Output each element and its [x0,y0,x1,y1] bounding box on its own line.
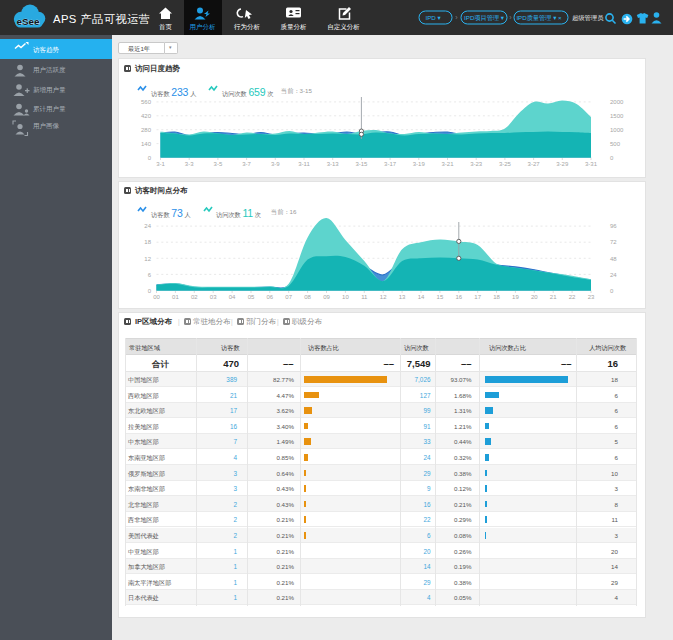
svg-text:03: 03 [210,294,217,300]
svg-text:3-15: 3-15 [355,161,368,167]
svg-text:02: 02 [191,294,198,300]
svg-text:48: 48 [610,256,617,262]
svg-text:12: 12 [144,256,151,262]
svg-text:11: 11 [361,294,368,300]
svg-text:15: 15 [437,294,444,300]
svg-text:2000: 2000 [610,99,624,105]
svg-text:0: 0 [610,288,614,294]
svg-text:17: 17 [474,294,481,300]
svg-text:16: 16 [455,294,462,300]
svg-text:96: 96 [610,223,617,229]
svg-text:280: 280 [141,127,152,133]
svg-text:07: 07 [285,294,292,300]
svg-text:22: 22 [569,294,576,300]
svg-text:72: 72 [610,239,617,245]
svg-text:10: 10 [342,294,349,300]
svg-text:23: 23 [588,294,595,300]
svg-text:560: 560 [141,99,152,105]
svg-text:00: 00 [153,294,160,300]
svg-text:0: 0 [610,155,614,161]
svg-text:3-5: 3-5 [214,161,223,167]
svg-text:0: 0 [148,288,152,294]
svg-text:140: 140 [141,141,152,147]
svg-text:13: 13 [399,294,406,300]
svg-text:3-23: 3-23 [470,161,483,167]
svg-text:24: 24 [144,223,151,229]
svg-text:3-19: 3-19 [413,161,426,167]
svg-text:09: 09 [323,294,330,300]
svg-text:24: 24 [610,272,617,278]
svg-text:6: 6 [148,272,152,278]
svg-text:3-21: 3-21 [441,161,454,167]
svg-text:420: 420 [141,113,152,119]
svg-text:06: 06 [266,294,273,300]
svg-text:3-25: 3-25 [499,161,512,167]
svg-text:18: 18 [144,239,151,245]
svg-text:3-31: 3-31 [585,161,598,167]
svg-text:3-17: 3-17 [384,161,397,167]
svg-text:3-1: 3-1 [156,161,165,167]
svg-text:04: 04 [229,294,236,300]
svg-text:20: 20 [531,294,538,300]
svg-text:14: 14 [418,294,425,300]
svg-text:3-7: 3-7 [242,161,251,167]
svg-text:18: 18 [493,294,500,300]
svg-text:3-29: 3-29 [556,161,569,167]
svg-text:3-13: 3-13 [327,161,340,167]
svg-text:3-11: 3-11 [298,161,310,167]
svg-text:1500: 1500 [610,113,624,119]
svg-text:500: 500 [610,141,621,147]
svg-text:19: 19 [512,294,519,300]
svg-text:3-9: 3-9 [271,161,280,167]
svg-text:05: 05 [248,294,255,300]
svg-text:0: 0 [148,155,152,161]
svg-text:08: 08 [304,294,311,300]
svg-text:1000: 1000 [610,127,624,133]
svg-text:3-3: 3-3 [185,161,194,167]
svg-text:3-27: 3-27 [528,161,541,167]
svg-text:21: 21 [550,294,557,300]
svg-text:01: 01 [172,294,179,300]
svg-text:12: 12 [380,294,387,300]
